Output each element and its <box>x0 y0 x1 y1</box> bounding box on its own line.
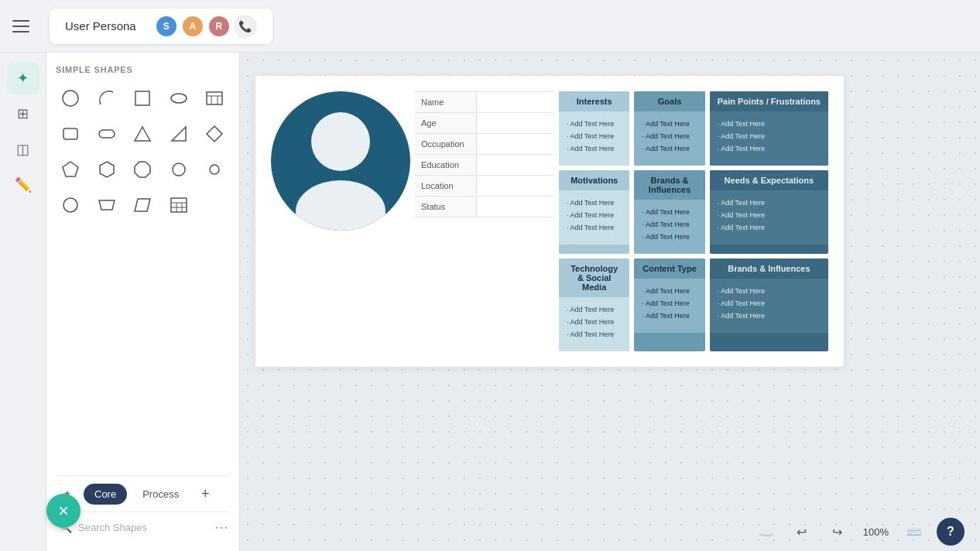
shape-diamond[interactable] <box>200 119 229 149</box>
svg-marker-13 <box>100 162 114 177</box>
cell-pain-points-body: · Add Text Here · Add Text Here · Add Te… <box>710 111 828 166</box>
info-value-occupation <box>477 134 554 154</box>
shape-square[interactable] <box>128 84 157 113</box>
collaborators: S A R 📞 <box>155 15 257 38</box>
help-button[interactable]: ? <box>937 518 965 546</box>
cell-content-type-header: Content Type <box>634 258 704 279</box>
bottom-toolbar: ☁️ ↩ ↪ 100% ⌨️ ? <box>480 512 980 551</box>
fab-close-button[interactable]: × <box>46 494 81 528</box>
cell-technology[interactable]: Technology & Social Media · Add Text Her… <box>559 258 629 351</box>
shape-hexagon[interactable] <box>92 155 122 184</box>
svg-point-26 <box>296 180 385 231</box>
info-label-status: Status <box>415 197 477 217</box>
info-row-occupation: Occupation <box>415 134 554 155</box>
shape-rounded-rect[interactable] <box>56 119 85 149</box>
shape-pill[interactable] <box>92 119 122 149</box>
sidebar-icon-grid[interactable]: ⊞ <box>7 98 39 130</box>
info-value-age <box>477 113 554 133</box>
info-value-education <box>477 155 554 175</box>
svg-marker-10 <box>172 127 186 141</box>
info-value-status <box>477 197 554 217</box>
shapes-section-label: SIMPLE SHAPES <box>56 65 230 74</box>
board-grid: Name Age Occupation Education <box>271 91 828 351</box>
svg-point-15 <box>173 163 185 176</box>
svg-point-16 <box>210 165 219 174</box>
info-row-name: Name <box>415 91 554 113</box>
brands-influences-2-text: · Add Text Here · Add Text Here · Add Te… <box>718 285 821 323</box>
shape-trapezoid[interactable] <box>92 190 122 220</box>
hamburger-menu[interactable] <box>12 12 40 40</box>
cell-motivations-header: Motivations <box>559 170 629 190</box>
call-icon[interactable]: 📞 <box>234 15 257 38</box>
undo-icon[interactable]: ↩ <box>789 518 815 545</box>
technology-text: · Add Text Here · Add Text Here · Add Te… <box>567 303 622 341</box>
cell-brands-influences-2-header: Brands & Influences <box>710 258 828 279</box>
shape-right-triangle[interactable] <box>164 119 194 149</box>
info-row-age: Age <box>415 113 554 134</box>
shape-circle-sm[interactable] <box>200 155 229 184</box>
tab-core[interactable]: Core <box>84 484 127 505</box>
svg-point-2 <box>171 94 187 103</box>
info-label-name: Name <box>415 92 477 112</box>
svg-rect-20 <box>171 198 187 212</box>
sidebar-icon-shapes[interactable]: ✦ <box>7 62 39 94</box>
avatar-2[interactable]: A <box>181 15 204 38</box>
search-input[interactable] <box>78 522 208 533</box>
svg-marker-9 <box>135 127 150 141</box>
pain-points-text: · Add Text Here · Add Text Here · Add Te… <box>718 118 821 156</box>
sidebar-icon-image[interactable]: ◫ <box>7 133 39 166</box>
cell-brands-influences[interactable]: Brands & Influences · Add Text Here · Ad… <box>634 170 704 254</box>
cell-goals[interactable]: Goals · Add Text Here · Add Text Here · … <box>634 91 704 166</box>
search-bar: 🔍 ⋯ <box>56 512 230 542</box>
shape-circle-md[interactable] <box>164 155 194 184</box>
info-label-occupation: Occupation <box>415 134 477 154</box>
cell-brands-influences-2[interactable]: Brands & Influences · Add Text Here · Ad… <box>710 258 828 351</box>
svg-marker-18 <box>99 200 115 210</box>
cell-interests-body: · Add Text Here · Add Text Here · Add Te… <box>559 111 629 166</box>
cell-brands-influences-header: Brands & Influences <box>634 170 704 200</box>
tab-process[interactable]: Process <box>132 484 190 505</box>
tab-add-button[interactable]: + <box>194 483 216 505</box>
cell-motivations[interactable]: Motivations · Add Text Here · Add Text H… <box>559 170 629 254</box>
cell-needs-expectations-body: · Add Text Here · Add Text Here · Add Te… <box>710 190 828 245</box>
svg-point-0 <box>63 91 78 106</box>
shape-circle-xs[interactable] <box>56 190 85 220</box>
search-more-icon[interactable]: ⋯ <box>214 518 228 536</box>
shape-table[interactable] <box>200 84 229 113</box>
motivations-text: · Add Text Here · Add Text Here · Add Te… <box>567 197 622 234</box>
sidebar-icon-draw[interactable]: ✏️ <box>7 169 39 201</box>
svg-marker-19 <box>135 199 150 211</box>
cell-content-type-body: · Add Text Here · Add Text Here · Add Te… <box>634 279 704 333</box>
shape-triangle[interactable] <box>128 119 157 149</box>
cell-interests[interactable]: Interests · Add Text Here · Add Text Her… <box>559 91 629 166</box>
needs-expectations-text: · Add Text Here · Add Text Here · Add Te… <box>718 197 821 234</box>
shape-circle[interactable] <box>56 84 85 113</box>
cell-needs-expectations-header: Needs & Expectations <box>710 170 828 190</box>
shape-octagon[interactable] <box>128 155 157 184</box>
shape-table-sm[interactable] <box>164 190 194 220</box>
shape-ellipse[interactable] <box>164 84 194 113</box>
canvas-area[interactable]: Name Age Occupation Education <box>240 53 980 551</box>
svg-rect-8 <box>99 130 115 138</box>
info-value-name <box>477 92 554 112</box>
avatar-1[interactable]: S <box>155 15 178 38</box>
svg-rect-7 <box>63 128 77 139</box>
panel-tabs: ✦ Core Process + <box>56 475 230 505</box>
avatar-3[interactable]: R <box>207 15 231 38</box>
redo-icon[interactable]: ↪ <box>824 518 851 545</box>
shape-pentagon[interactable] <box>56 155 85 184</box>
cell-goals-header: Goals <box>634 91 704 111</box>
cell-brands-influences-body: · Add Text Here · Add Text Here · Add Te… <box>634 200 704 254</box>
cell-content-type[interactable]: Content Type · Add Text Here · Add Text … <box>634 258 704 351</box>
shape-arc[interactable] <box>92 84 122 113</box>
persona-info-table: Name Age Occupation Education <box>415 91 554 217</box>
cell-needs-expectations[interactable]: Needs & Expectations · Add Text Here · A… <box>710 170 828 254</box>
info-label-location: Location <box>415 176 477 196</box>
keyboard-icon[interactable]: ⌨️ <box>901 518 927 545</box>
cloud-icon[interactable]: ☁️ <box>753 518 780 545</box>
shape-parallelogram[interactable] <box>128 190 157 220</box>
svg-marker-11 <box>207 126 222 142</box>
cell-technology-header: Technology & Social Media <box>559 258 629 297</box>
document-title: User Persona <box>65 19 136 33</box>
cell-pain-points[interactable]: Pain Points / Frustrations · Add Text He… <box>710 91 828 166</box>
